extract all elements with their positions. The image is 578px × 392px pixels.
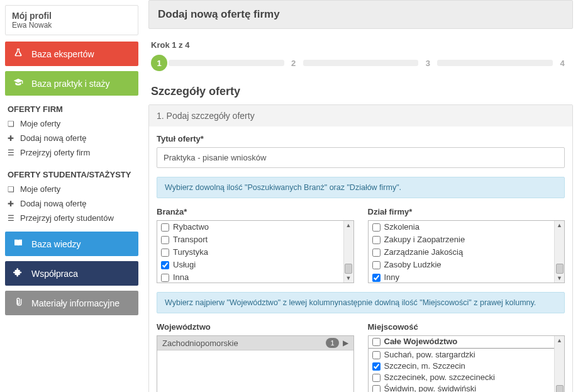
scroll-up-icon[interactable]: ▲ (557, 222, 562, 228)
step-3[interactable]: 3 (420, 55, 436, 71)
dept-option-label: Inny (384, 272, 400, 283)
branch-listbox[interactable]: RybactwoTransportTurystykaUsługiInna ▲ ▼ (157, 220, 354, 283)
nav-knowledge[interactable]: Baza wiedzy (5, 232, 138, 256)
puzzle-icon (13, 267, 24, 279)
checkbox[interactable] (372, 362, 381, 371)
branch-option[interactable]: Turystyka (157, 246, 343, 259)
profile-box[interactable]: Mój profil Ewa Nowak (5, 5, 138, 35)
nav-internships[interactable]: Baza praktyk i staży (5, 71, 138, 96)
checkbox[interactable] (161, 249, 169, 257)
step-4[interactable]: 4 (554, 55, 570, 71)
info-branches: Wybierz dowolną ilość "Poszukiwanych Bra… (157, 177, 565, 198)
nav-cooperation[interactable]: Współpraca (5, 261, 138, 286)
dept-option-label: Szkolenia (384, 221, 420, 233)
scrollbar[interactable]: ▲ ▼ (554, 221, 564, 283)
branch-option-label: Turystyka (173, 247, 208, 258)
nav-experts[interactable]: Baza ekspertów (5, 42, 138, 66)
scroll-thumb[interactable] (345, 264, 352, 274)
group-student-title: OFERTY STUDENTA/STAŻYSTY (5, 166, 138, 182)
checkbox[interactable] (161, 261, 169, 269)
flask-icon (13, 48, 24, 60)
scrollbar[interactable]: ▲ ▼ (343, 221, 353, 283)
firm-browse[interactable]: ☰ Przejrzyj oferty firm (5, 145, 138, 160)
step-label: Krok 1 z 4 (148, 40, 573, 50)
branch-option-label: Transport (173, 234, 208, 245)
nav-internships-label: Baza praktyk i staży (31, 79, 110, 89)
screen-icon: ❏ (8, 120, 16, 128)
step-1[interactable]: 1 (151, 55, 167, 71)
checkbox[interactable] (161, 274, 169, 282)
student-my-offers-label: Moje oferty (20, 184, 60, 194)
profile-title: Mój profil (12, 11, 131, 21)
student-browse[interactable]: ☰ Przejrzyj oferty studentów (5, 211, 138, 225)
checkbox[interactable] (372, 223, 381, 232)
student-my-offers[interactable]: ❏ Moje oferty (5, 182, 138, 196)
woj-selected-text: Zachodniopomorskie (162, 339, 238, 348)
details-panel: 1. Podaj szczegóły oferty Tytuł oferty* … (148, 104, 573, 392)
checkbox[interactable] (372, 261, 381, 269)
dept-option[interactable]: Zasoby Ludzkie (369, 259, 555, 271)
dept-option[interactable]: Zakupy i Zaopatrzenie (369, 233, 555, 246)
title-label: Tytuł oferty* (157, 134, 565, 143)
loc-option[interactable]: Całe Województwo (369, 336, 555, 349)
branch-option[interactable]: Rybactwo (157, 221, 343, 233)
checkbox[interactable] (372, 249, 381, 257)
nav-materials[interactable]: Materiały informacyjne (5, 291, 138, 315)
step-2[interactable]: 2 (286, 55, 302, 71)
checkbox[interactable] (372, 338, 381, 346)
loc-option-label: Świdwin, pow. świdwiński (384, 383, 477, 392)
branch-option[interactable]: Transport (157, 233, 343, 246)
checkbox[interactable] (372, 351, 381, 359)
student-browse-label: Przejrzyj oferty studentów (20, 213, 114, 223)
dept-listbox[interactable]: SzkoleniaZakupy i ZaopatrzenieZarządzani… (368, 220, 565, 283)
dept-option[interactable]: Inny (369, 271, 555, 283)
checkbox[interactable] (161, 223, 169, 232)
dept-option-label: Zasoby Ludzkie (384, 259, 442, 271)
scroll-down-icon[interactable]: ▼ (557, 275, 562, 281)
scrollbar[interactable]: ▲ ▼ (554, 336, 564, 392)
attachment-icon (13, 297, 24, 309)
info-locations: Wybierz najpierw "Województwo" z lewej k… (157, 292, 565, 313)
dept-option[interactable]: Szkolenia (369, 221, 555, 233)
nav-knowledge-label: Baza wiedzy (31, 239, 81, 249)
plus-icon: ✚ (8, 199, 16, 208)
branch-option-label: Rybactwo (173, 221, 209, 233)
scroll-thumb[interactable] (556, 264, 564, 274)
firm-my-offers[interactable]: ❏ Moje oferty (5, 116, 138, 131)
loc-option[interactable]: Świdwin, pow. świdwiński (369, 383, 555, 392)
checkbox[interactable] (372, 385, 381, 393)
loc-option[interactable]: Suchań, pow. stargardzki (369, 349, 555, 361)
dept-option-label: Zarządzanie Jakością (384, 247, 464, 258)
page-title: Dodaj nową ofertę firmy (148, 0, 573, 29)
loc-option[interactable]: Szczecin, m. Szczecin (369, 361, 555, 372)
firm-browse-label: Przejrzyj oferty firm (20, 148, 90, 157)
panel-header: 1. Podaj szczegóły oferty (149, 105, 572, 126)
checkbox[interactable] (372, 236, 381, 244)
nav-materials-label: Materiały informacyjne (31, 298, 119, 308)
list-icon: ☰ (8, 148, 16, 157)
firm-my-offers-label: Moje oferty (20, 119, 60, 128)
scroll-thumb[interactable] (556, 385, 564, 392)
title-input[interactable] (157, 147, 565, 168)
scroll-up-icon[interactable]: ▲ (557, 337, 562, 344)
profile-user: Ewa Nowak (12, 21, 131, 30)
loc-listbox[interactable]: Całe WojewództwoSuchań, pow. stargardzki… (368, 335, 565, 392)
woj-listbox[interactable]: Zachodniopomorskie 1 ▶ (157, 335, 354, 392)
step-bar (437, 60, 553, 66)
scroll-up-icon[interactable]: ▲ (346, 222, 352, 228)
loc-option[interactable]: Szczecinek, pow. szczecinecki (369, 372, 555, 383)
scroll-down-icon[interactable]: ▼ (346, 275, 352, 281)
sidebar: Mój profil Ewa Nowak Baza ekspertów Baza… (0, 0, 143, 392)
firm-add-offer[interactable]: ✚ Dodaj nową ofertę (5, 131, 138, 145)
branch-option[interactable]: Inna (157, 271, 343, 283)
student-add-offer[interactable]: ✚ Dodaj nową ofertę (5, 196, 138, 211)
woj-selected-row[interactable]: Zachodniopomorskie 1 ▶ (157, 336, 353, 350)
graduation-icon (13, 77, 24, 89)
branch-option[interactable]: Usługi (157, 259, 343, 271)
checkbox[interactable] (161, 236, 169, 244)
checkbox[interactable] (372, 274, 381, 282)
checkbox[interactable] (372, 374, 381, 382)
dept-option[interactable]: Zarządzanie Jakością (369, 246, 555, 259)
branch-label: Branża* (157, 207, 354, 216)
woj-count-badge: 1 (326, 338, 338, 348)
